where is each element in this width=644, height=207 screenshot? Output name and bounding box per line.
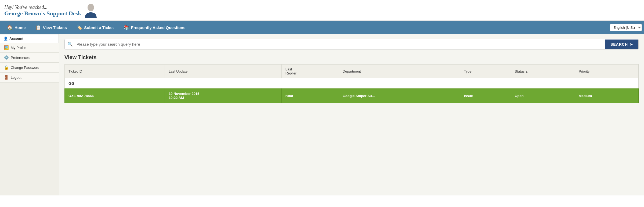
page-header: Hey! You've reached... George Brown's Su… [0, 0, 644, 21]
last-update-cell: 19 November 201510:22 AM [165, 88, 282, 103]
sidebar-logout-label: Logout [11, 76, 21, 80]
col-last-replier: LastReplier [281, 65, 339, 78]
tickets-section: View Tickets Ticket ID Last Update LastR… [64, 54, 639, 103]
nav-view-tickets-label: View Tickets [43, 25, 67, 30]
group-label: GS [65, 78, 639, 88]
sidebar: 👤 Account 🖼️ My Profile ⚙️ Preferences 🔒… [0, 34, 59, 195]
last-replier-cell: rufat [281, 88, 339, 103]
view-tickets-icon: 📋 [35, 25, 41, 30]
tickets-title: View Tickets [64, 54, 639, 60]
search-button[interactable]: SEARCH ➤ [605, 40, 638, 49]
col-status[interactable]: Status [511, 65, 575, 78]
home-icon: 🏠 [7, 25, 13, 30]
myprofile-icon: 🖼️ [4, 45, 9, 50]
navbar: 🏠 Home 📋 View Tickets 🏷️ Submit a Ticket… [0, 21, 644, 34]
search-button-label: SEARCH [610, 42, 628, 47]
sidebar-item-myprofile[interactable]: 🖼️ My Profile [0, 43, 59, 53]
change-password-icon: 🔒 [4, 65, 9, 70]
department-cell: Google Sniper Su... [339, 88, 460, 103]
svg-point-0 [88, 4, 94, 11]
sidebar-preferences-label: Preferences [11, 56, 30, 60]
tickets-table: Ticket ID Last Update LastReplier Depart… [64, 64, 639, 103]
search-input[interactable] [75, 39, 605, 49]
logo-line1: Hey! You've reached... [4, 5, 81, 10]
sidebar-item-logout[interactable]: 🚪 Logout [0, 73, 59, 83]
ticket-group-gs: GS [65, 78, 639, 88]
col-ticket-id: Ticket ID [65, 65, 165, 78]
nav-home[interactable]: 🏠 Home [2, 21, 31, 34]
col-type: Type [460, 65, 511, 78]
logo-avatar [84, 3, 98, 19]
table-header-row: Ticket ID Last Update LastReplier Depart… [65, 65, 639, 78]
search-icon: 🔍 [65, 42, 75, 47]
language-select[interactable]: English (U.S.) [610, 24, 642, 31]
priority-cell: Medium [575, 88, 638, 103]
ticket-id-cell: OXE-902-74466 [65, 88, 165, 103]
sidebar-item-preferences[interactable]: ⚙️ Preferences [0, 53, 59, 63]
faq-icon: 📚 [124, 25, 129, 30]
sidebar-myprofile-label: My Profile [11, 46, 26, 50]
nav-faq-label: Frequently Asked Questions [131, 25, 186, 30]
account-label: Account [9, 37, 23, 41]
nav-view-tickets[interactable]: 📋 View Tickets [31, 21, 72, 34]
nav-submit-ticket-label: Submit a Ticket [84, 25, 114, 30]
account-icon: 👤 [3, 37, 8, 41]
col-department: Department [339, 65, 460, 78]
col-priority: Priority [575, 65, 638, 78]
col-last-update: Last Update [165, 65, 282, 78]
logo: Hey! You've reached... George Brown's Su… [4, 5, 81, 17]
nav-submit-ticket[interactable]: 🏷️ Submit a Ticket [72, 21, 119, 34]
sidebar-item-change-password[interactable]: 🔒 Change Password [0, 63, 59, 73]
main-layout: 👤 Account 🖼️ My Profile ⚙️ Preferences 🔒… [0, 34, 644, 195]
table-row[interactable]: OXE-902-74466 19 November 201510:22 AM r… [65, 88, 639, 103]
nav-home-label: Home [15, 25, 26, 30]
sidebar-change-password-label: Change Password [11, 66, 39, 70]
submit-ticket-icon: 🏷️ [77, 25, 82, 30]
search-button-icon: ➤ [629, 42, 633, 47]
logout-icon: 🚪 [4, 75, 9, 80]
avatar-svg [84, 3, 98, 19]
search-bar: 🔍 SEARCH ➤ [64, 39, 639, 49]
type-cell: Issue [460, 88, 511, 103]
nav-faq[interactable]: 📚 Frequently Asked Questions [119, 21, 190, 34]
status-cell: Open [511, 88, 575, 103]
preferences-icon: ⚙️ [4, 55, 9, 60]
sidebar-account-header: 👤 Account [0, 34, 59, 43]
logo-line2: George Brown's Support Desk [4, 10, 81, 17]
main-content: 🔍 SEARCH ➤ View Tickets Ticket ID Last U… [59, 34, 644, 195]
